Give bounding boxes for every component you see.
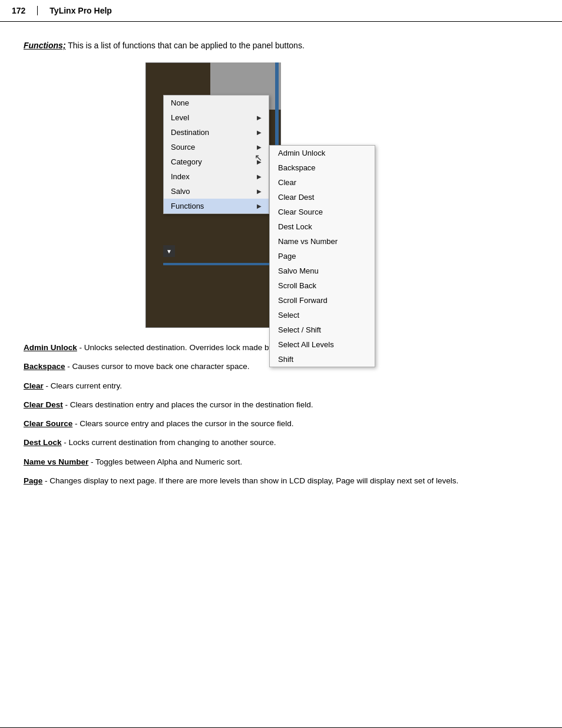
menu-item-index-arrow: ▶ xyxy=(257,173,262,180)
desc-page: Page - Changes display to next page. If … xyxy=(24,475,538,487)
menu-screenshot: None Level ▶ Destination ▶ Source ▶ xyxy=(24,62,538,328)
page-header: 172 TyLinx Pro Help xyxy=(0,0,562,22)
submenu-item-page[interactable]: Page xyxy=(270,249,375,263)
submenu-item-select-all-levels[interactable]: Select All Levels xyxy=(270,337,375,352)
menu-item-index-label: Index xyxy=(171,172,190,181)
desc-text-clear-source: - Clears source entry and places the cur… xyxy=(75,419,293,428)
menu-item-salvo[interactable]: Salvo ▶ xyxy=(164,184,269,199)
page-container: 172 TyLinx Pro Help Functions; This is a… xyxy=(0,0,562,728)
menu-item-level-arrow: ▶ xyxy=(257,114,262,121)
desc-term-clear-dest: Clear Dest xyxy=(24,400,63,409)
desc-clear-dest: Clear Dest - Clears destination entry an… xyxy=(24,399,538,411)
menu-item-category-label: Category xyxy=(171,157,202,166)
submenu-item-clear-dest[interactable]: Clear Dest xyxy=(270,190,375,205)
page-number: 172 xyxy=(12,6,38,15)
desc-term-clear-source: Clear Source xyxy=(24,419,72,428)
submenu-item-select[interactable]: Select xyxy=(270,308,375,322)
menu-item-category[interactable]: Category ▶ xyxy=(164,154,269,169)
desc-text-name-vs-number: - Toggles between Alpha and Numeric sort… xyxy=(91,457,242,466)
desc-text-clear: - Clears current entry. xyxy=(46,381,123,390)
submenu-item-dest-lock[interactable]: Dest Lock xyxy=(270,219,375,234)
menu-item-source[interactable]: Source ▶ xyxy=(164,140,269,154)
menu-item-functions-arrow: ▶ xyxy=(257,203,262,209)
menu-item-none[interactable]: None xyxy=(164,95,269,110)
desc-text-backspace: - Causes cursor to move back one charact… xyxy=(67,362,249,371)
menu-item-destination-label: Destination xyxy=(171,128,209,137)
submenu-item-scroll-forward[interactable]: Scroll Forward xyxy=(270,293,375,308)
submenu-item-salvo-menu[interactable]: Salvo Menu xyxy=(270,263,375,278)
menu-item-destination-arrow: ▶ xyxy=(257,129,262,136)
desc-term-dest-lock: Dest Lock xyxy=(24,438,62,447)
menu-item-level-label: Level xyxy=(171,113,189,122)
submenu-functions: Admin Unlock Backspace Clear Clear Dest … xyxy=(269,145,375,367)
submenu-item-name-vs-number[interactable]: Name vs Number xyxy=(270,234,375,249)
desc-name-vs-number: Name vs Number - Toggles between Alpha a… xyxy=(24,456,538,468)
page-title: TyLinx Pro Help xyxy=(49,6,112,15)
menu-item-level[interactable]: Level ▶ xyxy=(164,110,269,125)
menu-item-destination[interactable]: Destination ▶ xyxy=(164,125,269,140)
menu-item-source-label: Source xyxy=(171,143,195,151)
menu-item-none-label: None xyxy=(171,98,189,107)
small-dropdown-button[interactable]: ▼ xyxy=(163,245,175,257)
functions-intro: Functions; This is a list of functions t… xyxy=(24,39,538,52)
submenu-item-clear-source[interactable]: Clear Source xyxy=(270,205,375,219)
desc-dest-lock: Dest Lock - Locks current destination fr… xyxy=(24,437,538,449)
desc-clear-source: Clear Source - Clears source entry and p… xyxy=(24,418,538,430)
submenu-item-scroll-back[interactable]: Scroll Back xyxy=(270,278,375,293)
desc-clear: Clear - Clears current entry. xyxy=(24,380,538,392)
desc-text-clear-dest: - Clears destination entry and places th… xyxy=(65,400,313,409)
submenu-item-admin-unlock[interactable]: Admin Unlock xyxy=(270,146,375,160)
menu-item-functions[interactable]: Functions ▶ xyxy=(164,199,269,213)
menu-item-index[interactable]: Index ▶ xyxy=(164,169,269,184)
menu-item-salvo-arrow: ▶ xyxy=(257,188,262,195)
desc-text-dest-lock: - Locks current destination from changin… xyxy=(64,438,276,447)
menu-item-source-arrow: ▶ xyxy=(257,144,262,150)
desc-term-clear: Clear xyxy=(24,381,44,390)
desc-term-name-vs-number: Name vs Number xyxy=(24,457,88,466)
cursor-indicator: ↖ xyxy=(254,152,262,163)
menu-item-salvo-label: Salvo xyxy=(171,187,190,196)
functions-label: Functions; xyxy=(24,41,66,50)
desc-term-page: Page xyxy=(24,476,42,485)
submenu-item-backspace[interactable]: Backspace xyxy=(270,160,375,175)
desc-text-page: - Changes display to next page. If there… xyxy=(45,476,458,485)
content-area: Functions; This is a list of functions t… xyxy=(0,34,562,518)
submenu-item-select-shift[interactable]: Select / Shift xyxy=(270,322,375,337)
menu-outer: None Level ▶ Destination ▶ Source ▶ xyxy=(146,62,416,328)
blue-stripe-bottom xyxy=(163,263,269,265)
desc-term-backspace: Backspace xyxy=(24,362,65,371)
intro-text: This is a list of functions that can be … xyxy=(68,41,305,50)
submenu-item-shift[interactable]: Shift xyxy=(270,352,375,367)
desc-term-admin-unlock: Admin Unlock xyxy=(24,343,77,352)
primary-menu: None Level ▶ Destination ▶ Source ▶ xyxy=(163,95,269,214)
submenu-item-clear[interactable]: Clear xyxy=(270,175,375,190)
menu-item-functions-label: Functions xyxy=(171,202,204,210)
